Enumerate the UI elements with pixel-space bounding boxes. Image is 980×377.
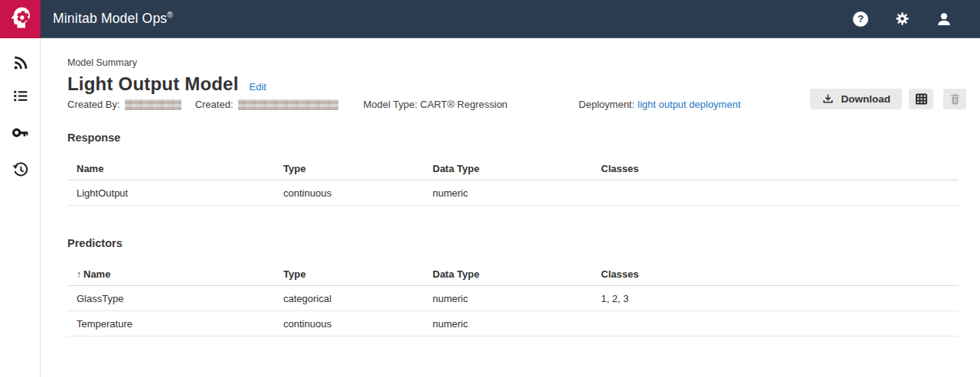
created-by-label: Created By: bbox=[67, 99, 120, 110]
model-type-label: Model Type: bbox=[364, 99, 418, 110]
model-actions: Download bbox=[810, 89, 967, 109]
account-person-icon[interactable] bbox=[936, 11, 952, 28]
created-field: Created: bbox=[195, 99, 338, 110]
cell-name: GlassType bbox=[77, 293, 283, 304]
minitab-logo[interactable] bbox=[0, 0, 41, 38]
registered-mark: ® bbox=[167, 11, 173, 19]
created-by-redacted-value bbox=[125, 99, 181, 110]
predictors-table-header: ↑Name Type Data Type Classes bbox=[67, 262, 959, 286]
main-content: Model Summary Light Output Model Edit Cr… bbox=[41, 38, 980, 377]
left-nav-sidebar bbox=[0, 38, 41, 377]
deployment-link[interactable]: light output deployment bbox=[638, 99, 740, 110]
predictors-table: ↑Name Type Data Type Classes GlassType c… bbox=[67, 262, 959, 336]
trash-icon bbox=[949, 93, 962, 106]
model-type-value: CART® Regression bbox=[420, 99, 508, 110]
list-icon bbox=[11, 87, 29, 108]
column-header-classes[interactable]: Classes bbox=[601, 268, 959, 280]
key-icon bbox=[11, 124, 29, 145]
column-header-data-type[interactable]: Data Type bbox=[433, 268, 601, 280]
cell-data-type: numeric bbox=[433, 187, 601, 199]
cell-classes: 1, 2, 3 bbox=[601, 293, 959, 304]
app-title: Minitab Model Ops® bbox=[53, 11, 853, 27]
breadcrumb: Model Summary bbox=[67, 57, 959, 68]
cell-name: Temperature bbox=[77, 318, 283, 330]
cell-type: categorical bbox=[283, 293, 433, 304]
sort-ascending-icon: ↑ bbox=[77, 269, 81, 280]
column-header-classes[interactable]: Classes bbox=[601, 163, 959, 174]
download-button[interactable]: Download bbox=[810, 89, 903, 109]
model-type-field: Model Type: CART® Regression bbox=[364, 99, 508, 110]
sidebar-item-feeds[interactable] bbox=[11, 55, 29, 73]
column-header-name-sorted[interactable]: ↑Name bbox=[77, 268, 283, 280]
table-row[interactable]: GlassType categorical numeric 1, 2, 3 bbox=[67, 286, 959, 311]
column-header-data-type[interactable]: Data Type bbox=[433, 163, 601, 174]
sidebar-item-keys[interactable] bbox=[11, 125, 29, 143]
view-table-button[interactable] bbox=[909, 89, 933, 109]
predictors-section-heading: Predictors bbox=[67, 237, 959, 249]
rss-feed-icon bbox=[11, 54, 29, 75]
help-icon[interactable]: ? bbox=[853, 11, 868, 27]
table-row[interactable]: Temperature continuous numeric bbox=[67, 311, 959, 336]
settings-gear-icon[interactable] bbox=[893, 11, 910, 28]
cell-name: LightOutput bbox=[77, 187, 283, 199]
column-header-name[interactable]: Name bbox=[77, 163, 283, 174]
response-section-heading: Response bbox=[67, 132, 959, 144]
created-redacted-value bbox=[238, 99, 338, 110]
history-icon bbox=[11, 161, 29, 181]
column-header-type[interactable]: Type bbox=[283, 268, 433, 280]
created-label: Created: bbox=[195, 99, 234, 110]
created-by-field: Created By: bbox=[67, 99, 181, 110]
sidebar-item-history[interactable] bbox=[11, 161, 29, 180]
brain-gear-icon bbox=[7, 4, 34, 34]
cell-data-type: numeric bbox=[433, 293, 601, 304]
deployment-label: Deployment: bbox=[579, 99, 635, 110]
cell-type: continuous bbox=[283, 318, 433, 330]
response-table-header: Name Type Data Type Classes bbox=[67, 157, 959, 180]
delete-model-button[interactable] bbox=[943, 89, 966, 109]
table-grid-icon bbox=[914, 92, 929, 106]
table-row[interactable]: LightOutput continuous numeric bbox=[67, 180, 959, 206]
page-title: Light Output Model bbox=[67, 73, 239, 95]
top-app-bar: Minitab Model Ops® ? bbox=[0, 0, 980, 38]
response-table: Name Type Data Type Classes LightOutput … bbox=[67, 157, 959, 206]
column-header-type[interactable]: Type bbox=[283, 163, 433, 174]
deployment-field: Deployment: light output deployment bbox=[579, 99, 740, 110]
cell-data-type: numeric bbox=[433, 318, 601, 330]
download-icon bbox=[822, 93, 835, 106]
sidebar-item-list[interactable] bbox=[11, 88, 29, 106]
cell-type: continuous bbox=[283, 187, 433, 199]
edit-link[interactable]: Edit bbox=[250, 81, 266, 93]
